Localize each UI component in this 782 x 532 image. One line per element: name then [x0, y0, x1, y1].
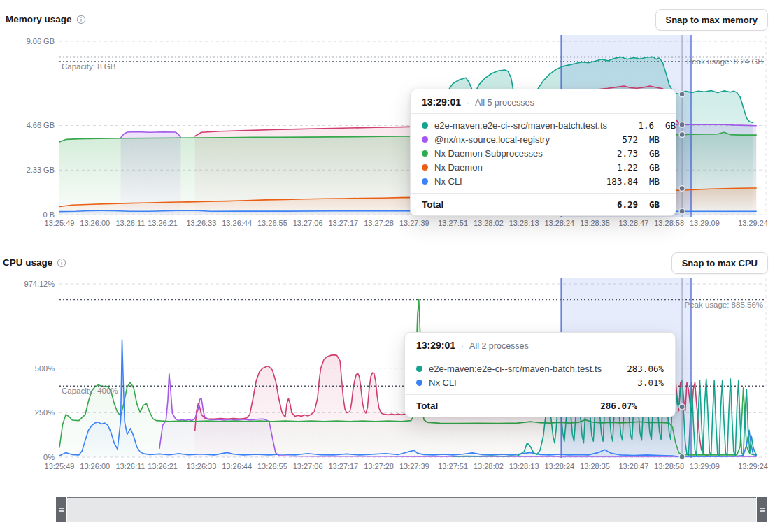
svg-text:2.33 GB: 2.33 GB [27, 166, 55, 174]
tooltip-rows: e2e-maven:e2e-ci--src/maven-batch.test.t… [411, 113, 676, 193]
svg-text:Capacity: 8 GB: Capacity: 8 GB [62, 62, 116, 71]
memory-tooltip: 13:29:01 · All 5 processes e2e-maven:e2e… [410, 89, 676, 216]
tooltip-row: Nx Daemon1.22GB [411, 160, 676, 174]
memory-tooltip-header: 13:29:01 · All 5 processes [411, 89, 676, 113]
tooltip-row: e2e-maven:e2e-ci--src/maven-batch.test.t… [405, 361, 675, 375]
tooltip-row-value: 283.06% [623, 364, 664, 374]
svg-text:13:28:58: 13:28:58 [654, 219, 684, 227]
tooltip-subtitle: All 5 processes [475, 98, 534, 108]
svg-text:13:27:17: 13:27:17 [328, 219, 358, 227]
svg-text:13:29:09: 13:29:09 [690, 219, 720, 227]
svg-text:13:28:24: 13:28:24 [544, 219, 574, 227]
svg-text:13:26:21: 13:26:21 [148, 462, 178, 470]
tooltip-total-label: Total [416, 401, 590, 411]
svg-text:13:26:00: 13:26:00 [80, 462, 110, 470]
svg-text:13:26:11: 13:26:11 [115, 462, 145, 470]
tooltip-row-name: Nx CLI [434, 176, 591, 187]
tooltip-row-name: Nx Daemon [434, 162, 591, 173]
svg-text:13:28:47: 13:28:47 [618, 462, 648, 470]
svg-text:13:26:55: 13:26:55 [257, 219, 287, 227]
svg-text:13:29:24: 13:29:24 [738, 219, 768, 227]
svg-text:500%: 500% [35, 364, 55, 373]
svg-text:13:28:58: 13:28:58 [654, 462, 684, 470]
svg-text:250%: 250% [35, 408, 55, 417]
svg-text:13:26:11: 13:26:11 [115, 219, 145, 227]
snap-to-max-cpu-button[interactable]: Snap to max CPU [671, 252, 768, 274]
svg-text:13:26:33: 13:26:33 [187, 462, 217, 470]
info-icon[interactable] [76, 15, 86, 24]
svg-text:13:27:06: 13:27:06 [293, 219, 323, 227]
tooltip-subtitle: All 2 processes [469, 341, 529, 351]
tooltip-separator: · [467, 98, 469, 108]
memory-usage-title-text: Memory usage [6, 14, 72, 24]
brush-handle-left[interactable] [56, 497, 67, 522]
svg-text:13:27:39: 13:27:39 [399, 462, 429, 470]
tooltip-row-name: e2e-maven:e2e-ci--src/maven-batch.test.t… [434, 120, 607, 131]
svg-text:Peak usage: 885.56%: Peak usage: 885.56% [684, 301, 763, 309]
svg-text:13:28:02: 13:28:02 [474, 462, 504, 470]
tooltip-row-name: Nx CLI [429, 378, 617, 388]
svg-text:13:27:17: 13:27:17 [328, 462, 358, 470]
svg-text:974.12%: 974.12% [24, 280, 55, 288]
memory-usage-title: Memory usage [6, 14, 86, 24]
tooltip-row-unit: GB [649, 162, 664, 173]
info-icon[interactable] [57, 258, 66, 268]
tooltip-row: @nx/nx-source:local-registry572MB [411, 132, 676, 146]
nx-task-profile-page: { "memory": { "title": "Memory usage", "… [0, 0, 782, 532]
tooltip-row-value: 572 [597, 134, 638, 145]
tooltip-total-value: 286.07% [597, 401, 637, 411]
series-dot-icon [422, 178, 428, 185]
tooltip-total-row: Total 6.29 GB [411, 193, 676, 215]
tooltip-time: 13:29:01 [416, 340, 455, 351]
svg-text:13:27:28: 13:27:28 [364, 462, 394, 470]
svg-text:4.66 GB: 4.66 GB [27, 121, 55, 129]
svg-text:13:26:33: 13:26:33 [187, 219, 217, 227]
svg-text:13:26:44: 13:26:44 [222, 219, 252, 227]
tooltip-total-value: 6.29 [597, 199, 638, 210]
svg-text:13:29:09: 13:29:09 [690, 462, 720, 470]
brush-handle-right[interactable] [756, 497, 767, 522]
tooltip-time: 13:29:01 [422, 96, 461, 108]
snap-to-max-memory-button[interactable]: Snap to max memory [655, 9, 769, 31]
svg-text:13:26:55: 13:26:55 [257, 462, 287, 470]
svg-text:13:28:13: 13:28:13 [509, 219, 539, 227]
svg-text:13:28:13: 13:28:13 [509, 462, 539, 470]
svg-text:13:27:28: 13:27:28 [364, 219, 394, 227]
tooltip-total-unit: GB [649, 199, 664, 210]
svg-text:13:28:35: 13:28:35 [580, 462, 610, 470]
tooltip-row-name: @nx/nx-source:local-registry [434, 134, 591, 145]
svg-text:13:28:47: 13:28:47 [618, 219, 648, 227]
tooltip-row-name: e2e-maven:e2e-ci--src/maven-batch.test.t… [429, 364, 617, 374]
tooltip-row-unit: GB [649, 148, 664, 159]
svg-text:9.06 GB: 9.06 GB [27, 37, 55, 45]
svg-text:13:28:24: 13:28:24 [544, 462, 574, 470]
svg-text:13:26:21: 13:26:21 [148, 219, 178, 227]
tooltip-row: e2e-maven:e2e-ci--src/maven-batch.test.t… [411, 118, 676, 132]
svg-text:13:26:44: 13:26:44 [222, 462, 252, 470]
tooltip-row-unit: MB [649, 134, 664, 145]
svg-text:13:27:39: 13:27:39 [399, 219, 429, 227]
series-dot-icon [416, 380, 422, 386]
series-dot-icon [422, 150, 428, 157]
svg-text:0 B: 0 B [43, 210, 55, 219]
tooltip-total-label: Total [422, 199, 591, 210]
tooltip-row-name: Nx Daemon Subprocesses [434, 148, 591, 159]
tooltip-rows: e2e-maven:e2e-ci--src/maven-batch.test.t… [405, 357, 675, 394]
tooltip-total-row: Total 286.07% [405, 394, 675, 417]
series-dot-icon [416, 366, 422, 372]
tooltip-row-unit: GB [665, 120, 676, 131]
cpu-tooltip-header: 13:29:01 · All 2 processes [405, 333, 675, 357]
svg-text:13:25:49: 13:25:49 [45, 462, 75, 470]
series-dot-icon [422, 122, 428, 129]
series-dot-icon [422, 164, 428, 171]
svg-text:0%: 0% [43, 453, 55, 461]
tooltip-row: Nx CLI3.01% [405, 375, 675, 389]
timeline-brush-track[interactable] [56, 497, 767, 522]
svg-text:13:29:24: 13:29:24 [738, 462, 768, 470]
tooltip-row-value: 1.6 [613, 120, 654, 131]
tooltip-separator: · [461, 341, 464, 351]
svg-text:13:27:51: 13:27:51 [438, 219, 468, 227]
tooltip-row-unit: MB [649, 176, 664, 187]
svg-text:13:27:06: 13:27:06 [293, 462, 323, 470]
tooltip-row-value: 1.22 [597, 162, 638, 173]
